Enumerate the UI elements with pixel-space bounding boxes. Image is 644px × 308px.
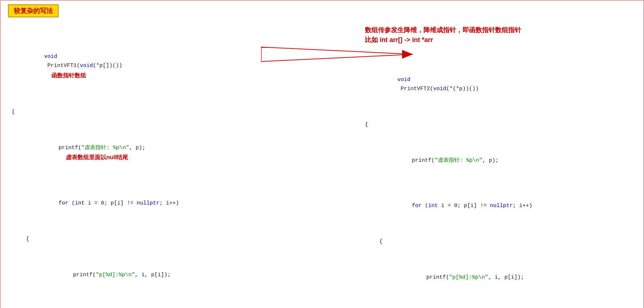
right-annotation-line1: 数组传参发生降维，降维成指针，即函数指针数组指针: [365, 25, 632, 35]
right-annotation: 数组传参发生降维，降维成指针，即函数指针数组指针 比如 int arr[] ->…: [365, 25, 632, 45]
page-container: 较复杂的写法 void PrintVFT1(void(*p[])()) 函数指针…: [0, 0, 644, 308]
arrow-area: [254, 22, 365, 308]
for-line: for (int i = 0; p[i] != nullptr; i++): [12, 189, 254, 217]
func-name: PrintVFT1(: [44, 63, 80, 69]
left-code-block: void PrintVFT1(void(*p[])()) 函数指针数组 { pr…: [8, 22, 254, 308]
func-sig-line: void PrintVFT1(void(*p[])()) 函数指针数组: [12, 43, 254, 90]
right-func-sig-line: void PrintVFT2(void(*(*p))()): [365, 66, 632, 103]
for-brace-open: {: [12, 235, 254, 244]
void2: void: [80, 63, 93, 69]
printf-line: printf("虚表指针: %p\n", p); 虚表数组里面以null结尾: [12, 134, 254, 172]
right-printf-line: printf("虚表指针: %p\n", p);: [365, 147, 632, 175]
svg-marker-0: [261, 47, 413, 62]
right-for-line: for (int i = 0; p[i] != nullptr; i++): [365, 192, 632, 220]
for-brace-close: }: [12, 306, 254, 308]
void-keyword: void: [44, 54, 57, 60]
func-annotation: 函数指针数组: [51, 72, 86, 79]
title-badge: 较复杂的写法: [8, 4, 59, 17]
inline-annotation: 虚表数组里面以null结尾: [66, 154, 128, 160]
printf-inner: printf("p[%d]:%p\n", i, p[i]);: [12, 261, 254, 289]
left-code-content: void PrintVFT1(void(*p[])()) 函数指针数组 { pr…: [12, 25, 254, 308]
right-for-brace-open: {: [365, 237, 632, 246]
svg-marker-2: [402, 50, 413, 59]
right-printf-inner: printf("p[%d]:%p\n", i, p[i]);: [365, 263, 632, 291]
right-brace-open: {: [365, 120, 632, 130]
arrow-svg: [261, 43, 442, 65]
brace-open: {: [12, 107, 254, 117]
right-code-content: void PrintVFT2(void(*(*p))()) { printf("…: [365, 48, 632, 308]
top-section: void PrintVFT1(void(*p[])()) 函数指针数组 { pr…: [8, 22, 636, 308]
